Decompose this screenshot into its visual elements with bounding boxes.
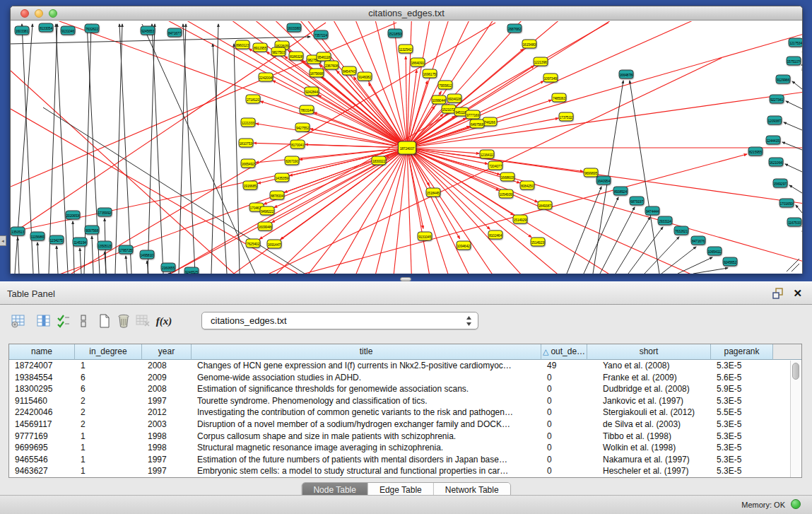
graph-node[interactable]: 14958107 bbox=[140, 250, 155, 259]
graph-node[interactable]: 2367608 bbox=[324, 61, 339, 70]
graph-node[interactable]: 9227341 bbox=[770, 95, 784, 104]
graph-node[interactable]: 8170041 bbox=[290, 140, 305, 149]
graph-node[interactable]: 15751074 bbox=[787, 57, 801, 66]
graph-node[interactable]: 7357224 bbox=[314, 30, 329, 40]
graph-node[interactable]: 16654925 bbox=[241, 159, 256, 168]
graph-node[interactable]: 10946422 bbox=[457, 241, 471, 250]
column-header-title[interactable]: title bbox=[192, 344, 541, 360]
graph-node[interactable]: 12164111 bbox=[480, 150, 495, 159]
graph-node[interactable]: 12213333 bbox=[241, 118, 256, 127]
graph-node[interactable]: 8471676 bbox=[691, 236, 706, 245]
table-mode-icon[interactable] bbox=[8, 312, 28, 332]
graph-node[interactable]: 1830022 bbox=[372, 156, 387, 165]
column-header-out-degree[interactable]: △out_de… bbox=[541, 344, 587, 360]
graph-node[interactable]: 18493871 bbox=[538, 201, 553, 210]
table-row[interactable]: 946362711997Embryonic stem cells: a mode… bbox=[9, 465, 801, 477]
graph-node[interactable]: 16033809 bbox=[287, 23, 302, 33]
graph-node[interactable]: 15218506 bbox=[388, 29, 403, 38]
graph-node[interactable]: 9245653 bbox=[141, 26, 155, 35]
graph-node[interactable]: 9777169 bbox=[466, 110, 481, 119]
graph-node[interactable]: 7485063 bbox=[552, 93, 567, 103]
window-titlebar[interactable]: citations_edges.txt bbox=[11, 6, 802, 21]
graph-node[interactable]: 10654112 bbox=[707, 247, 722, 256]
table-row[interactable]: 1872400712008Changes of HCN gene express… bbox=[9, 360, 801, 372]
graph-node[interactable]: 7625402 bbox=[246, 239, 261, 248]
table-row[interactable]: 911546021997Tourette syndrome. Phenomeno… bbox=[9, 395, 801, 407]
graph-node[interactable]: 15149238 bbox=[531, 238, 546, 247]
delete-table-icon[interactable] bbox=[133, 312, 153, 332]
graph-node[interactable]: 18107534 bbox=[239, 139, 254, 148]
new-document-icon[interactable] bbox=[95, 312, 114, 332]
graph-node[interactable]: 9474444 bbox=[645, 206, 660, 216]
graph-node[interactable]: 1217534 bbox=[789, 38, 803, 47]
graph-node[interactable]: 10973493 bbox=[543, 74, 558, 83]
table-row[interactable]: 969969511998Structural magnetic resonanc… bbox=[9, 442, 801, 454]
graph-node[interactable]: 12444151 bbox=[766, 136, 781, 145]
graph-node[interactable]: 18640910 bbox=[411, 58, 425, 67]
graph-node[interactable]: 12213967 bbox=[534, 57, 548, 66]
graph-node[interactable]: 8084250 bbox=[520, 181, 535, 190]
graph-node[interactable]: 7955812 bbox=[438, 81, 453, 90]
graph-node[interactable]: 8878334 bbox=[270, 191, 285, 200]
graph-node[interactable]: 2718120 bbox=[246, 95, 261, 104]
graph-node[interactable]: 17359924 bbox=[98, 208, 112, 217]
column-header-year[interactable]: year bbox=[142, 344, 192, 360]
graph-node[interactable]: 16648784 bbox=[619, 70, 634, 79]
graph-node[interactable]: 12342757 bbox=[49, 235, 64, 245]
graph-node[interactable]: 7632621 bbox=[674, 226, 689, 235]
table-row[interactable]: 1830029562008Estimation of significance … bbox=[9, 383, 801, 395]
graph-node[interactable]: 8133054 bbox=[39, 23, 54, 33]
panel-collapse-tab[interactable]: ◂ bbox=[0, 235, 6, 246]
graph-node[interactable]: 14353594 bbox=[275, 173, 290, 182]
graph-node[interactable]: 9129966 bbox=[776, 75, 791, 84]
table-select-dropdown[interactable]: citations_edges.txt bbox=[201, 312, 478, 329]
graph-node[interactable]: 8267190 bbox=[285, 156, 300, 165]
graph-node[interactable]: 16210643 bbox=[769, 158, 784, 167]
graph-node[interactable]: 11325419 bbox=[399, 45, 413, 54]
graph-node[interactable]: 15149290 bbox=[513, 215, 528, 224]
graph-node[interactable]: 1603381 bbox=[15, 26, 30, 35]
graph-node[interactable]: 10990448 bbox=[432, 95, 447, 105]
graph-node[interactable]: 8186328 bbox=[289, 52, 304, 61]
table-row[interactable]: 2242004622012Investigating the contribut… bbox=[9, 407, 801, 419]
table-scrollbar[interactable] bbox=[790, 361, 801, 477]
table-row[interactable]: 1456911722003Disruption of a novel membe… bbox=[9, 419, 801, 431]
graph-node[interactable]: 1350513 bbox=[11, 227, 25, 236]
graph-node[interactable]: 746266 bbox=[483, 117, 498, 127]
graph-node[interactable]: 7632622 bbox=[85, 24, 100, 33]
graph-node[interactable]: 13505135 bbox=[98, 241, 112, 250]
graph-node[interactable]: 7204077 bbox=[488, 161, 503, 170]
graph-node[interactable]: 11156869 bbox=[30, 232, 45, 241]
column-header-name[interactable]: name bbox=[9, 344, 75, 360]
table-row[interactable]: 977716911998Corpus callosum shape and si… bbox=[9, 431, 801, 443]
column-header-in-degree[interactable]: in_degree bbox=[75, 344, 142, 360]
graph-node[interactable]: 9827503 bbox=[271, 47, 286, 57]
graph-node[interactable]: 18756685 bbox=[310, 69, 324, 78]
graph-node[interactable]: 9245652 bbox=[723, 257, 738, 267]
function-builder-icon[interactable]: f(x) bbox=[154, 312, 174, 332]
graph-node[interactable]: 19166852 bbox=[243, 181, 258, 190]
scrollbar-thumb[interactable] bbox=[792, 363, 799, 380]
graph-node[interactable]: 22420046 bbox=[259, 73, 273, 82]
row-height-icon[interactable] bbox=[73, 312, 93, 332]
graph-node[interactable]: 6934028 bbox=[447, 94, 462, 103]
table-row[interactable]: 946554611997Estimation of the future num… bbox=[9, 454, 801, 466]
graph-node[interactable]: 2160655 bbox=[161, 263, 176, 272]
graph-node[interactable]: 7803144 bbox=[300, 105, 314, 115]
network-canvas[interactable]: 1603381813305491310467632622924565384716… bbox=[11, 21, 802, 274]
graph-node[interactable]: 9146082 bbox=[358, 72, 372, 81]
graph-node[interactable]: 8960123 bbox=[235, 40, 250, 49]
graph-node[interactable]: 12093872 bbox=[767, 116, 782, 125]
graph-node[interactable]: 1640954 bbox=[596, 176, 611, 185]
graph-node[interactable]: 9097568 bbox=[85, 226, 100, 235]
graph-node[interactable]: 9242844 bbox=[305, 87, 319, 96]
graph-hub-node[interactable]: 18724007 bbox=[398, 141, 416, 155]
graph-node[interactable]: 16686039 bbox=[500, 173, 515, 182]
graph-node[interactable]: 9131045 bbox=[418, 232, 433, 241]
graph-node[interactable]: 8938924 bbox=[613, 187, 628, 196]
graph-node[interactable]: 9427552 bbox=[295, 123, 310, 132]
graph-node[interactable]: 15184451 bbox=[426, 188, 441, 197]
graph-node[interactable]: 9131046 bbox=[61, 26, 76, 35]
graph-node[interactable]: 16961758 bbox=[423, 69, 437, 78]
graph-node[interactable]: 9246525 bbox=[184, 267, 199, 274]
